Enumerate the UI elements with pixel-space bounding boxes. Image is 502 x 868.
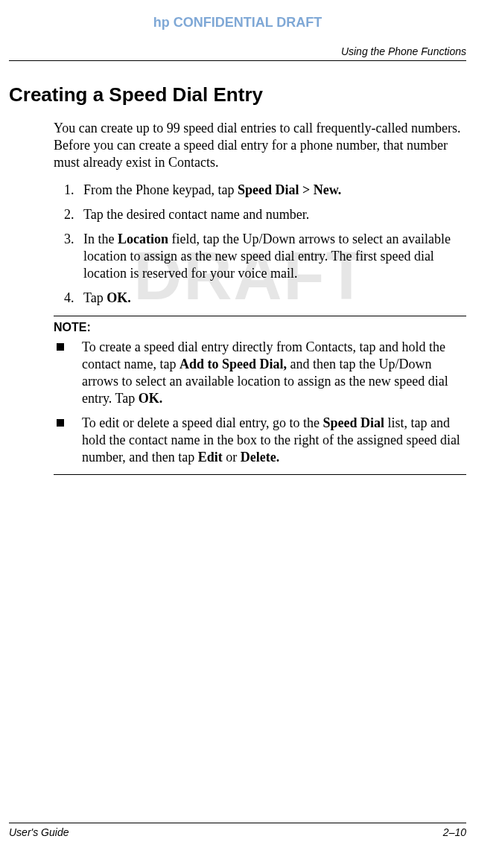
footer-doc-title: User's Guide [9, 826, 69, 838]
footer-page-number: 2–10 [443, 826, 466, 838]
note-item-2: To edit or delete a speed dial entry, go… [55, 415, 466, 466]
chapter-title: Using the Phone Functions [9, 45, 466, 57]
page-heading: Creating a Speed Dial Entry [9, 83, 466, 106]
step-3: In the Location field, tap the Up/Down a… [77, 231, 466, 282]
header-rule [9, 60, 466, 61]
page-footer: User's Guide 2–10 [9, 823, 466, 838]
footer-rule [9, 823, 466, 823]
note-divider-top [54, 316, 466, 316]
intro-paragraph: You can create up to 99 speed dial entri… [54, 120, 466, 171]
note-divider-bottom [54, 474, 466, 475]
note-list: To create a speed dial entry directly fr… [55, 339, 466, 466]
step-2: Tap the desired contact name and number. [77, 206, 466, 223]
note-label: NOTE: [54, 321, 466, 334]
steps-list: From the Phone keypad, tap Speed Dial > … [77, 182, 466, 307]
confidential-header: hp CONFIDENTIAL DRAFT [9, 15, 466, 31]
step-4: Tap OK. [77, 290, 466, 307]
note-item-1: To create a speed dial entry directly fr… [55, 339, 466, 407]
step-1: From the Phone keypad, tap Speed Dial > … [77, 182, 466, 199]
